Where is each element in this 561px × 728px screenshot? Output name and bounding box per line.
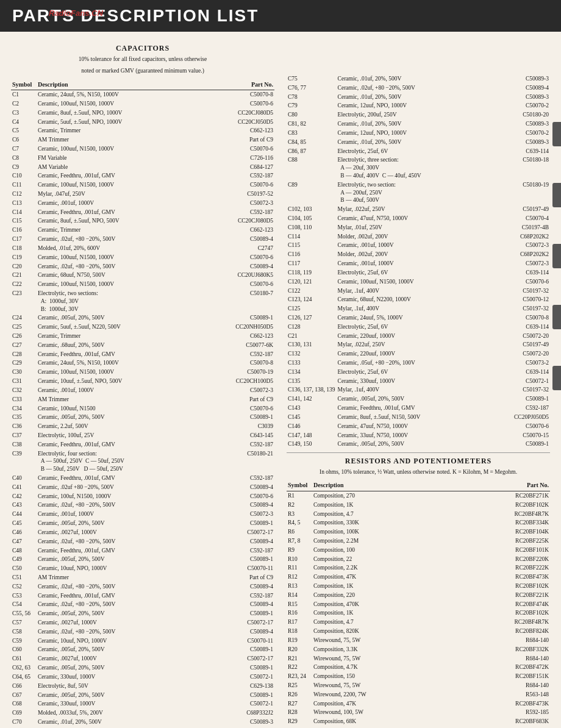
sym-cell: C128: [287, 323, 337, 332]
sym-cell: C27: [11, 341, 37, 350]
sym-cell: C117: [287, 259, 337, 268]
desc-cell: Ceramic, Feedthru, .001uf, GMV: [37, 208, 220, 217]
desc-cell: Composition, 4.7K: [312, 663, 495, 672]
sym-cell: C26: [11, 332, 37, 341]
desc-cell: Ceramic, 100uf, N1500, 1000V: [37, 492, 220, 501]
part-cell: R684-140: [495, 681, 550, 690]
part-cell: C592-187: [220, 591, 274, 601]
sym-cell: C50: [11, 564, 37, 573]
sym-cell: C18: [11, 244, 37, 253]
table-row: C20Ceramic, .02uf, +80 −20%, 500VC50089-…: [11, 262, 274, 271]
table-row: C115Ceramic, .001uf, 1000VC50072-3: [287, 241, 550, 250]
table-row: C17Ceramic, .02uf, +80 −20%, 500VC50089-…: [11, 235, 274, 244]
table-row: R12Composition, 47KRC20BF473K: [287, 573, 550, 582]
sym-cell: C23: [11, 289, 37, 313]
part-cell: RC20BF332K: [495, 645, 550, 654]
table-row: R27Composition, 47KRC20BF473K: [287, 699, 550, 708]
desc-cell: Composition, 100: [312, 546, 495, 555]
part-cell: R563-148: [495, 690, 550, 699]
desc-cell: Ceramic, .005uf, 20%, 500V: [37, 663, 220, 673]
part-cell: C2747: [220, 244, 274, 253]
desc-cell: Ceramic, 47uuf, N750, 1000V: [337, 214, 495, 223]
table-row: C26Ceramic, TrimmerC662-123: [11, 332, 274, 341]
table-row: C28Ceramic, Feedthru, .001uf, GMVC592-18…: [11, 350, 274, 359]
sym-cell: C7: [11, 145, 37, 154]
sym-cell: R18: [287, 627, 312, 636]
part-cell: C50089-4: [220, 501, 274, 510]
sym-cell: R11: [287, 563, 312, 573]
desc-cell: Composition, 330K: [312, 518, 495, 527]
part-cell: RC20BF473K: [495, 573, 550, 582]
table-row: C2Ceramic, 100uuf, N1500, 1000VC50070-6: [11, 99, 274, 109]
desc-cell: Ceramic, 100uuf, N1500, 1000V: [37, 99, 220, 109]
part-cell: Part of C9: [220, 573, 274, 582]
table-row: C31Ceramic, 10uuf, ±.5uuf, NPO, 500VCC20…: [11, 377, 274, 386]
table-row: C78Ceramic, .01uf, 20%, 500VC50089-3: [287, 93, 550, 102]
table-row: R21Wirewound, 75, 5WR684-140: [287, 654, 550, 663]
part-cell: C50072-17: [220, 654, 274, 663]
table-row: C42Ceramic, 100uf, N1500, 1000VC50070-6: [11, 492, 274, 501]
table-row: C7Ceramic, 100uuf, N1500, 1000VC50070-6: [11, 145, 274, 154]
sym-cell: C104, 105: [287, 214, 337, 223]
sym-cell: C78: [287, 93, 337, 102]
desc-cell: Ceramic, 5uuf, ±.5uuf, N220, 500V: [37, 323, 220, 332]
table-row: R3Composition, 4.7RC20BF4R7K: [287, 510, 550, 519]
sym-cell: R10: [287, 555, 312, 564]
part-cell: RC20BF151K: [495, 672, 550, 681]
table-row: C51AM TrimmerPart of C9: [11, 573, 274, 582]
desc-cell: Ceramic, .02uf, +80 −20%, 500V: [37, 582, 220, 591]
table-row: R28Wirewound, 100, 5WR592-185: [287, 708, 550, 717]
table-row: R15Composition, 470KRC20BF474K: [287, 600, 550, 609]
desc-cell: Wirewound, 75, 5W: [312, 636, 495, 645]
part-cell: C639-114: [495, 323, 550, 332]
desc-cell: Ceramic, Feedthru, .001uf, GMV: [37, 440, 220, 449]
sym-cell: C35: [11, 413, 37, 422]
table-row: C16Ceramic, TrimmerC662-123: [11, 226, 274, 235]
sym-cell: C67: [11, 691, 37, 700]
table-row: C88Electrolytic, three section: A — 20uf…: [287, 155, 550, 180]
part-cell: C50089-1: [220, 519, 274, 528]
desc-cell: Ceramic, .02uf +80 −20%, 500V: [37, 483, 220, 492]
sym-cell: C45: [11, 519, 37, 528]
table-row: C141, 142Ceramic, .005uf, 20%, 500VC5008…: [287, 394, 550, 404]
table-row: C47Ceramic, .02uf, +80 −20%, 500VC50089-…: [11, 537, 274, 546]
desc-cell: Electrolytic, four section: A — 500uf, 2…: [37, 449, 220, 474]
sym-cell: C17: [11, 235, 37, 244]
desc-cell: Mylar, .047uf, 250V: [37, 190, 220, 199]
desc-cell: AM Trimmer: [37, 395, 220, 404]
desc-cell: Ceramic, 330uuf, 1000V: [37, 673, 220, 682]
sym-cell: R6: [287, 527, 312, 537]
sym-cell: R15: [287, 600, 312, 609]
desc-cell: Mylar, .022uf, 250V: [337, 340, 495, 349]
table-row: C6AM TrimmerPart of C9: [11, 135, 274, 145]
desc-cell: Ceramic, .001uf, 1000V: [37, 386, 220, 395]
part-cell: C50089-4: [220, 537, 274, 546]
table-row: C30Ceramic, 100uuf, N1500, 1000VC50070-1…: [11, 368, 274, 377]
sym-cell: C54: [11, 600, 37, 609]
desc-cell: Ceramic, Trimmer: [37, 126, 220, 135]
desc-cell: Ceramic, 8uuf, ±.5uuf, NPO, 500V: [37, 216, 220, 226]
part-cell: RC20BF334K: [495, 518, 550, 527]
desc-cell: Ceramic, .001uf, 1000V: [337, 241, 495, 250]
part-cell: CC20CJ080D5: [220, 216, 274, 226]
table-row: C33AM TrimmerPart of C9: [11, 395, 274, 404]
table-row: R17Composition, 4.7RC20BF4R7K: [287, 618, 550, 627]
table-row: C37Electrolytic, 100uf, 25VC643-145: [11, 431, 274, 440]
part-cell: C662-123: [220, 332, 274, 341]
sym-cell: R9: [287, 546, 312, 555]
part-cell: Part of C9: [220, 395, 274, 404]
part-cell: C50070-6: [220, 492, 274, 501]
table-row: C69Molded, .0033uf, 5%, 200VC68P332J2: [11, 708, 274, 718]
part-cell: C639-114: [495, 147, 550, 156]
desc-cell: Ceramic, .01uf, 20%, 500V: [337, 93, 495, 102]
sym-cell: C29: [11, 359, 37, 368]
sym-cell: C89: [287, 180, 337, 205]
sym-cell: R23, 24: [287, 672, 312, 681]
part-cell: C50089-1: [220, 691, 274, 700]
part-cell: C50089-1: [220, 645, 274, 654]
sym-cell: C88: [287, 155, 337, 180]
sym-cell: C81, 82: [287, 120, 337, 129]
sym-cell: C59: [11, 637, 37, 646]
sym-cell: C25: [11, 323, 37, 332]
desc-cell: Ceramic, .0027uf, 1000V: [37, 654, 220, 663]
